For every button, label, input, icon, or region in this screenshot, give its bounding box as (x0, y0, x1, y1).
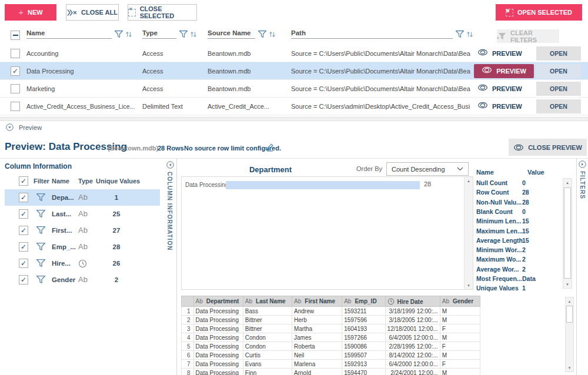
grid-row[interactable]: 5Data ProcessingCondonRoberta15900862/28… (182, 342, 480, 351)
open-selected-button[interactable]: OPEN SELECTED (496, 4, 582, 21)
collapse-panel-icon[interactable] (166, 161, 174, 169)
column-checkbox[interactable] (19, 226, 28, 235)
filter-icon[interactable] (114, 30, 123, 38)
filter-funnel-icon[interactable] (36, 209, 46, 218)
open-button[interactable]: OPEN (536, 99, 581, 113)
ci-header-unique-values: Unique Values (96, 178, 140, 185)
column-header-type[interactable]: Type (142, 29, 197, 39)
grid-row[interactable]: 2Data ProcessingBittnerHerb15975963/18/2… (182, 316, 480, 324)
filters-tab[interactable]: FILTERS (579, 171, 586, 199)
column-header-source-name[interactable]: Source Name (208, 29, 276, 39)
scroll-up-icon[interactable]: ▲ (465, 177, 473, 185)
grid-scrollbar[interactable]: ▲ ▼ (565, 297, 574, 372)
open-selected-label: OPEN SELECTED (517, 9, 572, 16)
grid-row[interactable]: 4Data ProcessingCondonJames15972666/4/20… (182, 333, 480, 342)
new-button[interactable]: + NEW (5, 4, 56, 21)
bar-data-processing[interactable] (226, 181, 420, 189)
open-button[interactable]: OPEN (536, 64, 581, 78)
sort-icon[interactable] (190, 31, 197, 38)
scroll-down-icon[interactable]: ▼ (465, 282, 473, 289)
sort-icon[interactable] (466, 31, 473, 38)
column-information-tab[interactable]: COLUMN INFORMATION (166, 172, 173, 250)
scrollbar-thumb[interactable] (566, 306, 573, 323)
row-checkbox[interactable] (11, 84, 20, 93)
chart-scrollbar[interactable]: ▲ ▼ (464, 177, 473, 289)
filter-funnel-icon[interactable] (36, 242, 46, 251)
column-checkbox[interactable] (19, 259, 28, 268)
grid-row[interactable]: 7Data ProcessingEvansMarlena15929136/4/2… (182, 360, 480, 369)
grid-row[interactable]: 6Data ProcessingCurtisNeil15995078/14/20… (182, 351, 480, 360)
grid-header-emp-id[interactable]: AbEmp_ID (342, 296, 385, 307)
eye-icon (482, 62, 492, 80)
scroll-up-icon[interactable]: ▲ (563, 179, 572, 186)
text-type-icon: Ab (294, 298, 301, 304)
expand-panel-icon[interactable] (579, 160, 586, 168)
row-number-header (182, 296, 194, 307)
unique-count: 28 (103, 239, 129, 255)
column-checkbox[interactable] (19, 209, 28, 219)
filter-funnel-icon[interactable] (36, 275, 46, 284)
column-checkbox[interactable] (19, 275, 28, 284)
file-source: Beantown.mdb (208, 62, 285, 80)
grid-header-last-name[interactable]: AbLast Name (243, 296, 292, 307)
preview-button[interactable]: PREVIEW (477, 98, 522, 115)
grid-header-department[interactable]: AbDepartment (193, 296, 243, 307)
text-type-icon: Ab (196, 298, 203, 304)
table-row-marketing[interactable]: Marketing Access Beantown.mdb Source = C… (0, 80, 588, 98)
row-checkbox-checked[interactable] (11, 66, 20, 76)
preview-section-toggle[interactable]: Preview (6, 123, 42, 131)
column-checkbox[interactable] (19, 193, 28, 202)
grid-header-first-name[interactable]: AbFirst Name (292, 296, 342, 307)
select-all-checkbox[interactable] (11, 31, 20, 40)
close-preview-button[interactable]: CLOSE PREVIEW (509, 139, 587, 156)
scrollbar-thumb[interactable] (564, 188, 571, 279)
scroll-up-icon[interactable]: ▲ (566, 297, 573, 305)
preview-button[interactable]: PREVIEW (477, 45, 522, 62)
column-row-emp-id[interactable]: Emp_... Ab 28 (5, 239, 160, 255)
open-button[interactable]: OPEN (536, 46, 581, 61)
column-checkbox[interactable] (19, 242, 28, 252)
column-row-first-name[interactable]: First... Ab 27 (5, 222, 160, 239)
sort-icon[interactable] (269, 31, 276, 38)
column-row-department[interactable]: Depa... Ab 1 (5, 189, 160, 206)
grid-header-hire-date[interactable]: Hire Date (385, 296, 440, 307)
grid-row[interactable]: 3Data ProcessingBittnerMartha160419312/1… (182, 324, 480, 333)
preview-button-active[interactable]: PREVIEW (474, 64, 534, 78)
preview-source-file: (Beantown.mdb) (108, 145, 158, 152)
column-header-path[interactable]: Path (291, 29, 473, 39)
filter-funnel-icon[interactable] (36, 226, 46, 235)
column-row-last-name[interactable]: Last... Ab 25 (5, 206, 160, 222)
select-all-columns-checkbox[interactable] (19, 176, 28, 186)
close-all-button[interactable]: CLOSE ALL (66, 4, 119, 21)
table-row-active-credit[interactable]: Active_Credit_Access_Business_Lice... De… (0, 98, 588, 115)
row-checkbox[interactable] (11, 102, 20, 111)
grid-header-gender[interactable]: AbGender (440, 296, 480, 307)
scroll-down-icon[interactable]: ▼ (566, 364, 573, 371)
edit-pencil-icon[interactable] (266, 143, 274, 152)
filter-icon[interactable] (179, 30, 188, 38)
preview-button[interactable]: PREVIEW (477, 80, 522, 98)
clear-filters-button[interactable]: CLEAR FILTERS (497, 29, 559, 43)
table-row-data-processing[interactable]: Data Processing Access Beantown.mdb Sour… (0, 62, 588, 80)
open-button[interactable]: OPEN (536, 82, 581, 96)
row-checkbox[interactable] (11, 49, 20, 58)
stat-name: Maximum Wo... (476, 255, 523, 264)
scroll-down-icon[interactable]: ▼ (563, 280, 572, 288)
stats-scrollbar[interactable]: ▲ ▼ (563, 178, 572, 289)
grid-row[interactable]: 1Data ProcessingBassAndrew15932113/18/19… (182, 307, 480, 316)
preview-data-grid: AbDepartment AbLast Name AbFirst Name Ab… (181, 296, 480, 375)
filter-icon[interactable] (455, 30, 465, 38)
filter-icon[interactable] (258, 30, 267, 38)
column-header-name[interactable]: Name (26, 29, 132, 39)
column-row-gender[interactable]: Gender Ab 2 (5, 272, 160, 288)
file-path: Source = C:\Users\admin\Desktop\Active_C… (291, 98, 470, 115)
grid-row[interactable]: 8Data ProcessingFinnArnold15944702/24/20… (182, 369, 480, 375)
column-row-hire-date[interactable]: Hire... 26 (5, 255, 160, 272)
table-row-accounting[interactable]: Accounting Access Beantown.mdb Source = … (0, 45, 588, 62)
close-selected-button[interactable]: ✕ CLOSE SELECTED (128, 4, 197, 21)
order-by-dropdown[interactable]: Count Descending (386, 162, 469, 176)
sort-icon[interactable] (125, 31, 132, 38)
filter-funnel-icon[interactable] (36, 193, 46, 202)
stat-name: Maximum Len... (476, 226, 523, 236)
filter-funnel-icon[interactable] (36, 259, 46, 267)
